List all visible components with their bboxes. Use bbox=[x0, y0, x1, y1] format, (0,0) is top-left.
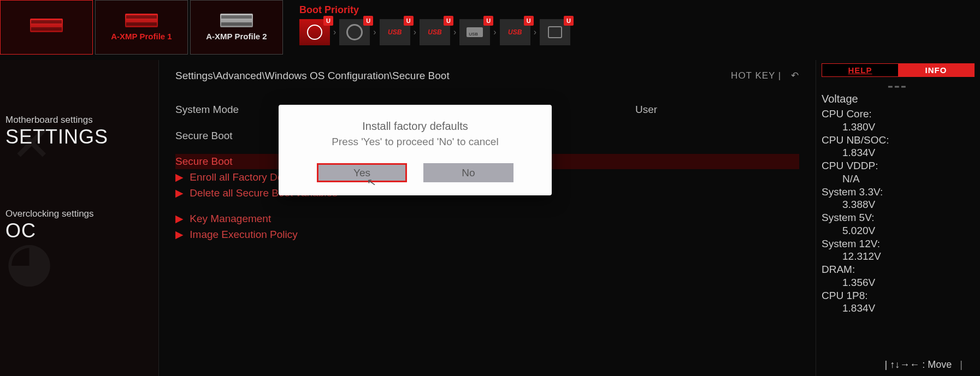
uefi-badge: U bbox=[404, 16, 414, 26]
boot-separator: › bbox=[493, 27, 496, 37]
boot-item-disc[interactable]: U bbox=[339, 19, 370, 45]
sidebar-subtitle: Overclocking settings bbox=[5, 208, 153, 219]
ram-icon bbox=[125, 14, 158, 27]
info-section-voltage: Voltage bbox=[822, 93, 975, 105]
setting-value: User bbox=[635, 104, 799, 116]
gauge-bg-icon: ◕ bbox=[5, 229, 53, 293]
xmp-tab-label: A-XMP Profile 1 bbox=[111, 32, 172, 41]
hdd-icon bbox=[307, 25, 322, 40]
breadcrumb: Settings\Advanced\Windows OS Configurati… bbox=[175, 70, 799, 82]
menu-label: Secure Boot bbox=[175, 156, 233, 167]
disc-icon bbox=[346, 24, 363, 40]
uefi-badge: U bbox=[323, 16, 333, 26]
xmp-tab-profile-1[interactable]: A-XMP Profile 1 bbox=[95, 0, 188, 55]
info-key: CPU Core: bbox=[822, 108, 975, 121]
info-key: CPU 1P8: bbox=[822, 289, 975, 302]
setting-value bbox=[635, 130, 799, 142]
info-key: CPU VDDP: bbox=[822, 159, 975, 172]
info-key: System 12V: bbox=[822, 237, 975, 250]
dialog-message: Press 'Yes' to proceed 'No' to cancel bbox=[292, 136, 539, 148]
uefi-badge: U bbox=[564, 16, 574, 26]
nav-hint: | ↑↓→← : Move | bbox=[885, 359, 968, 371]
boot-item-hdd[interactable]: U bbox=[299, 19, 330, 45]
nav-separator: | bbox=[960, 359, 963, 370]
uefi-badge: U bbox=[483, 16, 493, 26]
yes-button[interactable]: Yes bbox=[317, 163, 407, 182]
right-info-panel: HELP INFO ▂▂▂ Voltage CPU Core:1.380VCPU… bbox=[816, 60, 980, 376]
usb-device-icon: USB bbox=[467, 27, 483, 37]
info-value: 1.834V bbox=[842, 302, 975, 315]
submenu-arrow-icon: ▶ bbox=[175, 187, 184, 199]
submenu-arrow-icon: ▶ bbox=[175, 213, 184, 224]
info-value: 5.020V bbox=[842, 224, 975, 237]
hotkey-label: HOT KEY | ↶ bbox=[731, 70, 799, 81]
right-tabs: HELP INFO bbox=[822, 63, 975, 77]
boot-item-usb-device[interactable]: USB U bbox=[459, 19, 490, 45]
menu-image-execution-policy[interactable]: ▶ Image Execution Policy bbox=[175, 226, 799, 242]
submenu-arrow-icon: ▶ bbox=[175, 171, 184, 183]
uefi-badge: U bbox=[444, 16, 453, 26]
boot-item-usb[interactable]: USB U bbox=[380, 19, 410, 45]
info-list: CPU Core:1.380VCPU NB/SOC:1.834VCPU VDDP… bbox=[822, 108, 975, 315]
boot-separator: › bbox=[534, 27, 536, 37]
info-key: System 3.3V: bbox=[822, 186, 975, 199]
boot-separator: › bbox=[453, 27, 456, 37]
menu-label: Image Execution Policy bbox=[190, 229, 298, 240]
xmp-tabs: A-XMP Profile 1 A-XMP Profile 2 bbox=[0, 0, 283, 60]
left-sidebar: ✕ ◕ Motherboard settings SETTINGS Overcl… bbox=[0, 60, 158, 376]
info-value: 3.388V bbox=[842, 198, 975, 211]
network-icon bbox=[548, 26, 562, 38]
boot-separator: › bbox=[414, 27, 416, 37]
boot-item-usb[interactable]: USB U bbox=[420, 19, 450, 45]
boot-separator: › bbox=[333, 27, 336, 37]
top-bar: A-XMP Profile 1 A-XMP Profile 2 Boot Pri… bbox=[0, 0, 980, 60]
boot-item-usb[interactable]: USB U bbox=[500, 19, 530, 45]
dialog-title: Install factory defaults bbox=[292, 120, 539, 133]
menu-key-management[interactable]: ▶ Key Management bbox=[175, 211, 799, 226]
boot-priority-items: U › U › USB U › USB U › USB U bbox=[299, 19, 570, 45]
xmp-tab-profile-2[interactable]: A-XMP Profile 2 bbox=[190, 0, 283, 55]
boot-separator: › bbox=[373, 27, 376, 37]
usb-icon: USB bbox=[388, 28, 402, 36]
dialog-buttons: Yes No bbox=[292, 163, 539, 182]
nav-separator: | bbox=[885, 359, 888, 370]
undo-icon[interactable]: ↶ bbox=[791, 70, 799, 81]
usb-icon: USB bbox=[508, 28, 522, 36]
usb-icon: USB bbox=[428, 28, 441, 36]
hotkey-text: HOT KEY bbox=[731, 70, 775, 81]
info-value: 12.312V bbox=[842, 250, 975, 263]
ram-icon bbox=[30, 19, 63, 32]
confirm-dialog: Install factory defaults Press 'Yes' to … bbox=[279, 105, 552, 195]
xmp-tab-label: A-XMP Profile 2 bbox=[206, 32, 267, 41]
no-button[interactable]: No bbox=[423, 163, 513, 182]
menu-label: Key Management bbox=[190, 213, 271, 224]
info-key: DRAM: bbox=[822, 263, 975, 276]
uefi-badge: U bbox=[363, 16, 373, 26]
info-key: System 5V: bbox=[822, 211, 975, 224]
info-value: 1.834V bbox=[842, 146, 975, 159]
nav-move-label: : Move bbox=[922, 359, 952, 370]
hotkey-separator: | bbox=[778, 70, 784, 81]
panel-grip-icon[interactable]: ▂▂▂ bbox=[822, 81, 975, 87]
boot-item-network[interactable]: U bbox=[540, 19, 570, 45]
ram-icon bbox=[220, 14, 253, 27]
submenu-arrow-icon: ▶ bbox=[175, 229, 184, 240]
tab-info[interactable]: INFO bbox=[898, 64, 974, 76]
info-value: N/A bbox=[842, 172, 975, 186]
uefi-badge: U bbox=[524, 16, 534, 26]
arrow-keys-icon: ↑↓→← bbox=[890, 359, 919, 370]
xmp-tab-default[interactable] bbox=[0, 0, 93, 55]
tools-bg-icon: ✕ bbox=[11, 115, 52, 172]
boot-priority-title: Boot Priority bbox=[299, 4, 570, 16]
tab-help[interactable]: HELP bbox=[822, 64, 898, 76]
info-key: CPU NB/SOC: bbox=[822, 134, 975, 147]
info-value: 1.356V bbox=[842, 276, 975, 289]
boot-priority: Boot Priority U › U › USB U › USB U › bbox=[299, 0, 570, 60]
info-value: 1.380V bbox=[842, 121, 975, 134]
